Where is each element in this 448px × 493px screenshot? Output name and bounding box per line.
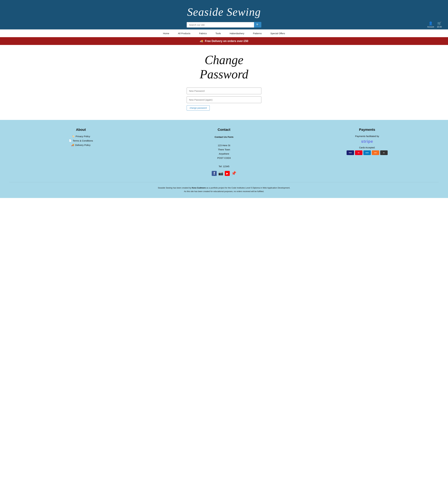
address-line2: There Town bbox=[218, 148, 230, 151]
social-icons: f 📷 ▶ 📌 bbox=[152, 171, 296, 176]
instagram-icon[interactable]: 📷 bbox=[218, 171, 223, 176]
terms-icon: 📄 bbox=[69, 139, 72, 142]
terms-conditions-link[interactable]: 📄 Terms & Conditions bbox=[9, 139, 152, 142]
confirm-password-input[interactable] bbox=[187, 96, 261, 103]
site-footer: About 🏷️ Privacy Policy 📄 Terms & Condit… bbox=[0, 120, 448, 198]
footer-about-heading: About bbox=[9, 128, 152, 132]
visa-card-icon: VISA bbox=[347, 150, 354, 155]
delivery-banner: 🚚 Free Delivery on orders over £50 bbox=[0, 37, 448, 45]
header-top-bar: 🔍 👤 Account 🛒 £0.00 bbox=[0, 20, 448, 29]
mastercard-icon: MC bbox=[355, 150, 362, 155]
change-password-button[interactable]: change password bbox=[187, 105, 210, 111]
address-line1: 123 Here St bbox=[218, 144, 230, 147]
main-content: Change Password change password bbox=[0, 45, 448, 120]
nav-item-home[interactable]: Home bbox=[159, 30, 174, 37]
new-password-input[interactable] bbox=[187, 88, 261, 94]
delivery-icon: 🚚 bbox=[71, 144, 74, 146]
cart-icon-item[interactable]: 🛒 £0.00 bbox=[437, 22, 442, 28]
nav-item-haberdashery[interactable]: Haberdashery bbox=[225, 30, 249, 37]
footer-payments-heading: Payments bbox=[296, 128, 439, 132]
footer-contact-info: Contact Us Form 123 Here St There Town A… bbox=[152, 135, 296, 168]
nav-item-patterns[interactable]: Patterns bbox=[249, 30, 266, 37]
cart-icon: 🛒 bbox=[437, 22, 441, 25]
nav-item-tools[interactable]: Tools bbox=[211, 30, 225, 37]
header-icons: 👤 Account 🛒 £0.00 bbox=[427, 22, 442, 28]
footer-contact: Contact Contact Us Form 123 Here St Ther… bbox=[152, 128, 296, 176]
footer-payments: Payments Payments facilitated by stripe … bbox=[296, 128, 439, 176]
search-container: 🔍 bbox=[187, 22, 261, 28]
footer-contact-heading: Contact bbox=[152, 128, 296, 132]
nav-item-special-offers[interactable]: Special Offers bbox=[266, 30, 289, 37]
site-name: Seaside Sewing bbox=[187, 6, 261, 18]
delivery-banner-text: Free Delivery on orders over £50 bbox=[205, 40, 248, 43]
amex-icon: AMEX bbox=[363, 150, 371, 155]
page-title-line2: Password bbox=[200, 67, 248, 81]
change-password-form: change password bbox=[187, 88, 261, 111]
truck-icon: 🚚 bbox=[200, 40, 203, 43]
search-button[interactable]: 🔍 bbox=[254, 22, 261, 28]
payments-facilitated-text: Payments facilitated by bbox=[296, 135, 439, 137]
pinterest-icon[interactable]: 📌 bbox=[231, 171, 236, 176]
account-icon: 👤 bbox=[428, 22, 433, 25]
address-line3: Anywhere bbox=[219, 152, 229, 155]
account-icon-item[interactable]: 👤 Account bbox=[427, 22, 434, 28]
nav-item-fabrics[interactable]: Fabrics bbox=[195, 30, 211, 37]
site-logo: Seaside Sewing bbox=[0, 3, 448, 20]
footer-about-links: 🏷️ Privacy Policy 📄 Terms & Conditions 🚚… bbox=[9, 135, 152, 146]
discover-icon: DISC bbox=[372, 150, 379, 155]
contact-tel: Tel: 12345 bbox=[219, 165, 229, 168]
address-line4: POST COD3 bbox=[217, 157, 231, 159]
footer-about: About 🏷️ Privacy Policy 📄 Terms & Condit… bbox=[9, 128, 152, 176]
nav-item-all-products[interactable]: All Products bbox=[174, 30, 195, 37]
cart-label: £0.00 bbox=[437, 26, 442, 28]
privacy-policy-link[interactable]: 🏷️ Privacy Policy bbox=[9, 135, 152, 138]
contact-form-link[interactable]: Contact Us Form bbox=[215, 136, 234, 138]
facebook-icon[interactable]: f bbox=[212, 171, 217, 176]
page-title-line1: Change bbox=[205, 53, 244, 67]
author-link[interactable]: Kera Cudmore bbox=[192, 187, 206, 189]
main-nav: HomeAll ProductsFabricsToolsHaberdashery… bbox=[0, 29, 448, 37]
footer-credits: Seaside Sewing has been created by Kera … bbox=[9, 186, 439, 190]
youtube-icon[interactable]: ▶ bbox=[225, 171, 230, 176]
page-title: Change Password bbox=[200, 53, 248, 81]
diners-icon: DC bbox=[380, 150, 388, 155]
search-input[interactable] bbox=[187, 22, 254, 28]
cards-accepted-label: Cards Accepted: bbox=[296, 146, 439, 149]
delivery-policy-link[interactable]: 🚚 Delivery Policy bbox=[9, 144, 152, 146]
account-label: Account bbox=[427, 26, 434, 28]
footer-disclaimer: As this site has been created for educat… bbox=[9, 190, 439, 193]
footer-top: About 🏷️ Privacy Policy 📄 Terms & Condit… bbox=[9, 128, 439, 176]
privacy-icon: 🏷️ bbox=[72, 135, 75, 138]
card-icons: VISA MC AMEX DISC DC bbox=[296, 150, 439, 155]
site-header: Seaside Sewing 🔍 👤 Account 🛒 £0.00 HomeA… bbox=[0, 0, 448, 37]
stripe-logo: stripe bbox=[296, 139, 439, 144]
footer-bottom: Seaside Sewing has been created by Kera … bbox=[9, 182, 439, 193]
